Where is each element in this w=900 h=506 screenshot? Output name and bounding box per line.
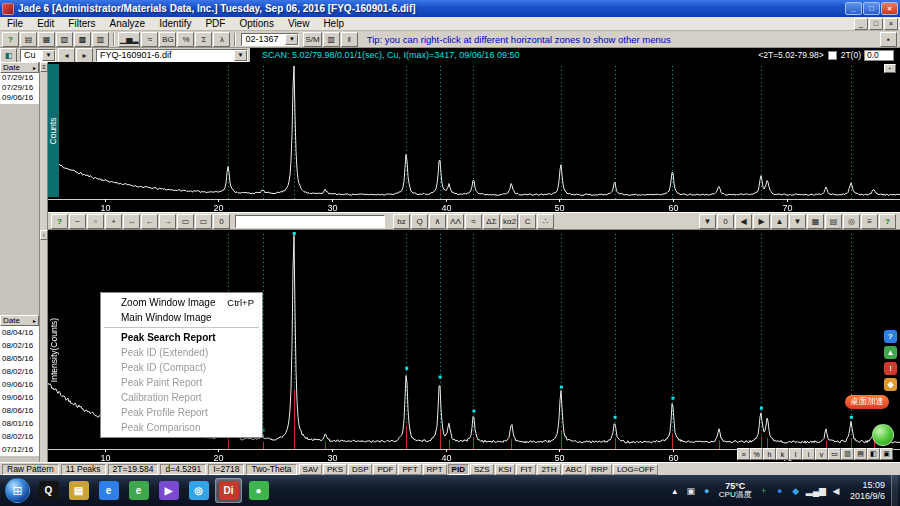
- date-list-item[interactable]: 08/06/16: [0, 404, 39, 417]
- open-file-icon[interactable]: ▧: [56, 32, 73, 47]
- context-menu-item[interactable]: Zoom Window ImageCtrl+P: [101, 295, 262, 310]
- mini-rows-button[interactable]: ▤: [854, 448, 867, 460]
- status-toggle-sav[interactable]: SAV: [299, 464, 322, 475]
- menu-item-identify[interactable]: Identify: [152, 18, 198, 29]
- point-probe-icon[interactable]: bz: [393, 214, 410, 229]
- annotation-input[interactable]: [235, 215, 385, 228]
- sum-icon[interactable]: Σ: [195, 32, 212, 47]
- dropdown-arrow-icon[interactable]: ▼: [234, 50, 247, 61]
- tile-icon[interactable]: ▦: [807, 214, 824, 229]
- mini-grid-button[interactable]: ▥: [841, 448, 854, 460]
- pattern-window-icon[interactable]: ▤: [20, 32, 37, 47]
- date-list-item[interactable]: 08/02/16: [0, 339, 39, 352]
- two-theta-zero-input[interactable]: 0.0: [864, 50, 894, 61]
- dots-icon[interactable]: ∴: [537, 214, 554, 229]
- next-view-icon[interactable]: ▭: [195, 214, 212, 229]
- menu-item-help[interactable]: Help: [316, 18, 351, 29]
- info-button[interactable]: i: [40, 230, 48, 240]
- minimize-button[interactable]: _: [845, 2, 862, 15]
- prev-view-icon[interactable]: ▭: [177, 214, 194, 229]
- pause-icon[interactable]: ‖: [341, 32, 358, 47]
- magnifier-icon[interactable]: Q: [411, 214, 428, 229]
- title-bar[interactable]: Jade 6 [Administrator/Materials Data, In…: [0, 0, 900, 17]
- taskbar-messenger-icon[interactable]: ◎: [185, 478, 212, 503]
- prev-file-button[interactable]: ◂: [58, 48, 75, 63]
- mini-box-button[interactable]: ▭: [828, 448, 841, 460]
- date-column-header[interactable]: Date ▸: [0, 62, 39, 73]
- pdf-card-combo[interactable]: 02-1367 ▼: [241, 33, 299, 46]
- help-icon[interactable]: ?: [2, 32, 19, 47]
- cascade-icon[interactable]: ▤: [825, 214, 842, 229]
- date-column-header-2[interactable]: Date ▸: [0, 315, 39, 326]
- menu-item-options[interactable]: Options: [232, 18, 280, 29]
- taskbar-feiq-icon[interactable]: ●: [245, 478, 272, 503]
- reset-zoom-icon[interactable]: 0: [213, 214, 230, 229]
- menu-item-file[interactable]: File: [0, 18, 30, 29]
- accelerator-ball[interactable]: [872, 424, 894, 446]
- close-button[interactable]: ×: [881, 2, 898, 15]
- date-list-item[interactable]: 08/02/16: [0, 365, 39, 378]
- status-toggle-ksi[interactable]: KSI: [495, 464, 516, 475]
- float-tag-icon[interactable]: ◆: [884, 378, 897, 391]
- zoom-out-icon[interactable]: −: [69, 214, 86, 229]
- status-toggle-abc[interactable]: ABC: [562, 464, 586, 475]
- next-icon[interactable]: ▶: [753, 214, 770, 229]
- view-dropdown-icon[interactable]: ▼: [699, 214, 716, 229]
- mini-info-button[interactable]: i: [802, 448, 815, 460]
- mini-panel-button[interactable]: ▣: [880, 448, 893, 460]
- file-combo[interactable]: FYQ-160901-6.dif ▼: [96, 49, 248, 62]
- date-list-item[interactable]: 09/06/16: [0, 391, 39, 404]
- taskbar-qq-icon[interactable]: Q: [35, 478, 62, 503]
- copy-icon[interactable]: C: [519, 214, 536, 229]
- taskbar-explorer-icon[interactable]: ▤: [65, 478, 92, 503]
- date-list-item[interactable]: 08/05/16: [0, 352, 39, 365]
- prev-icon[interactable]: ◀: [735, 214, 752, 229]
- mini-split-button[interactable]: ◧: [867, 448, 880, 460]
- save-file-icon[interactable]: ▩: [74, 32, 91, 47]
- date-list-item[interactable]: 07/29/16: [0, 73, 39, 83]
- panel-toggle-button[interactable]: ▪: [880, 32, 897, 47]
- search-match-icon[interactable]: S/M: [303, 32, 321, 47]
- maximize-button[interactable]: □: [863, 2, 880, 15]
- pan-left-icon[interactable]: ←: [141, 214, 158, 229]
- anchor-icon[interactable]: ◧: [0, 48, 17, 63]
- child-restore-button[interactable]: □: [869, 18, 883, 30]
- tray-qq-icon[interactable]: ●: [701, 486, 713, 496]
- settings-icon[interactable]: ≡: [861, 214, 878, 229]
- float-pattern-icon[interactable]: ▲: [884, 346, 897, 359]
- show-desktop-button[interactable]: [891, 475, 898, 506]
- tray-network-icon[interactable]: ▂▄▆: [806, 486, 826, 496]
- mini-hkl-h-button[interactable]: h: [763, 448, 776, 460]
- menu-item-pdf[interactable]: PDF: [198, 18, 232, 29]
- mini-menu-button[interactable]: ≡: [737, 448, 750, 460]
- lambda-icon[interactable]: λ: [213, 32, 230, 47]
- bg-fit-icon[interactable]: BG: [159, 32, 176, 47]
- peak-find-icon[interactable]: ΛΛ: [447, 214, 464, 229]
- date-list-item[interactable]: 07/29/16: [0, 83, 39, 93]
- radiation-combo[interactable]: Cu ▼: [20, 49, 56, 62]
- label-peaks-icon[interactable]: ΔΣ: [483, 214, 500, 229]
- status-toggle-2th[interactable]: 2TH: [537, 464, 560, 475]
- full-range-icon[interactable]: ↔: [123, 214, 140, 229]
- help-icon[interactable]: ?: [879, 214, 896, 229]
- date-list-item[interactable]: 07/12/16: [0, 443, 39, 456]
- menu-item-edit[interactable]: Edit: [30, 18, 61, 29]
- profile-fit-icon[interactable]: ≈: [465, 214, 482, 229]
- date-list-item[interactable]: 09/06/16: [0, 378, 39, 391]
- date-list-item[interactable]: 08/04/16: [0, 326, 39, 339]
- child-minimize-button[interactable]: _: [854, 18, 868, 30]
- status-toggle-pft[interactable]: PFT: [398, 464, 421, 475]
- cpu-temp-widget[interactable]: 75°C CPU温度: [719, 482, 752, 500]
- taskbar-jade-icon[interactable]: Di: [215, 478, 242, 503]
- zoom-in-icon[interactable]: +: [105, 214, 122, 229]
- up-icon[interactable]: ▲: [771, 214, 788, 229]
- menu-item-view[interactable]: View: [281, 18, 317, 29]
- float-alert-icon[interactable]: !: [884, 362, 897, 375]
- pane-toggle-button[interactable]: ≡: [40, 62, 48, 72]
- date-list-item[interactable]: 08/01/16: [0, 417, 39, 430]
- pane-splitter[interactable]: ≡ i: [40, 62, 48, 462]
- float-help-icon[interactable]: ?: [884, 330, 897, 343]
- status-toggle-rpt[interactable]: RPT: [423, 464, 447, 475]
- full-range-chart[interactable]: [48, 62, 900, 212]
- tray-hidden-icons-arrow[interactable]: ▴: [669, 486, 681, 496]
